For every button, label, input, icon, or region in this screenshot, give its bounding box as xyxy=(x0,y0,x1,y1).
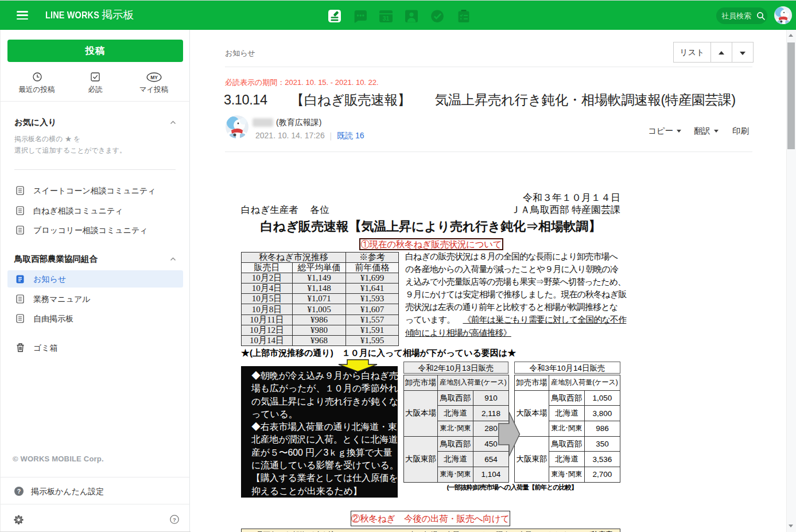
svg-text:?: ? xyxy=(17,488,21,495)
svg-text:?: ? xyxy=(173,517,176,523)
svg-text:31: 31 xyxy=(383,15,390,22)
svg-text:MY: MY xyxy=(150,75,158,80)
